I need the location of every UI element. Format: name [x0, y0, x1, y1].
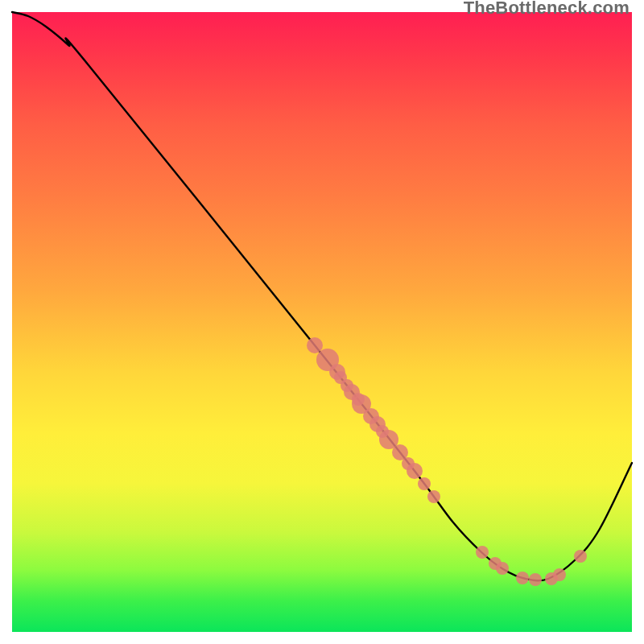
- data-point: [418, 477, 431, 490]
- bottleneck-chart: TheBottleneck.com: [0, 0, 644, 644]
- chart-svg: [12, 12, 632, 632]
- data-point: [496, 562, 509, 575]
- data-point: [529, 573, 542, 586]
- data-point: [553, 568, 566, 581]
- data-point: [307, 337, 323, 353]
- data-point: [476, 546, 489, 559]
- data-point: [407, 463, 423, 479]
- bottleneck-curve: [12, 12, 632, 580]
- data-point: [574, 550, 587, 563]
- data-point: [427, 490, 440, 503]
- curve-group: [12, 12, 632, 580]
- data-point: [516, 572, 529, 584]
- dots-group: [307, 337, 587, 586]
